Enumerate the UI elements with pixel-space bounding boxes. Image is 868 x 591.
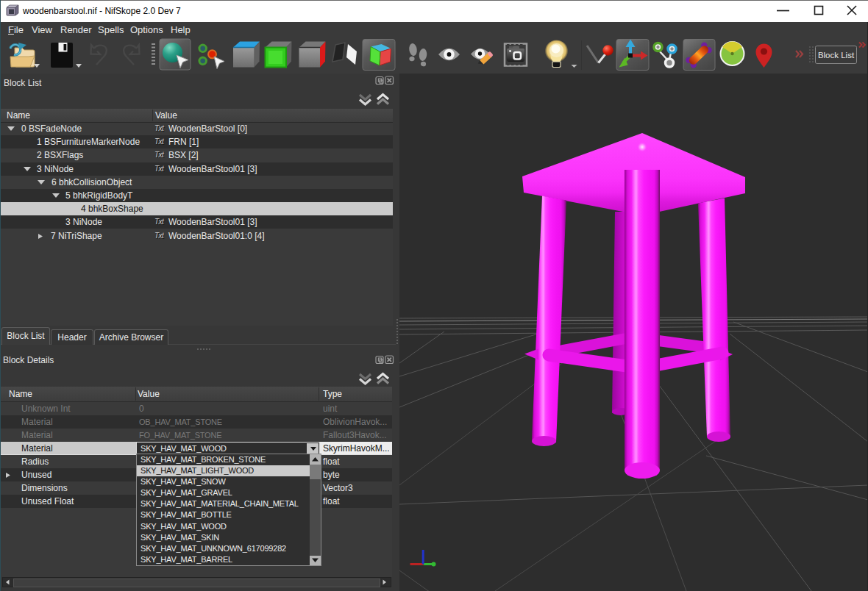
svg-text:Block List: Block List <box>818 51 855 60</box>
